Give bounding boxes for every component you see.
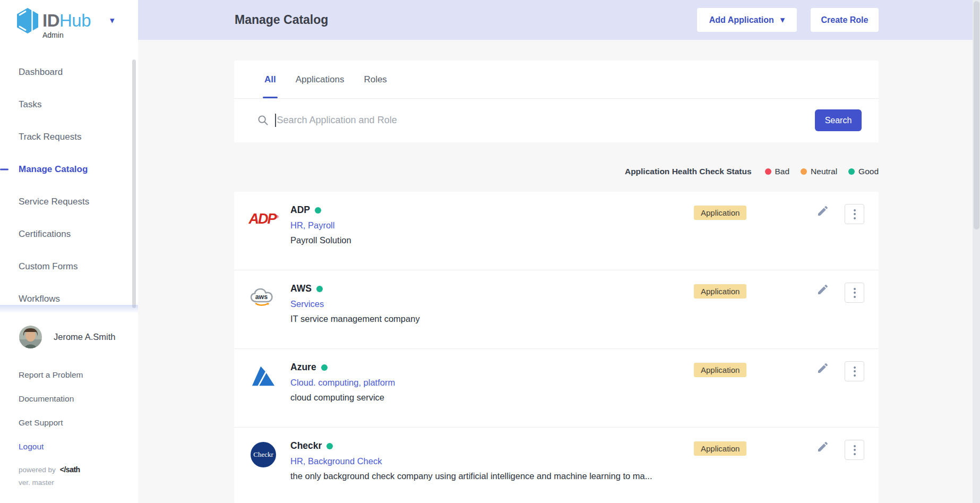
nav-item-label: Track Requests	[19, 132, 81, 142]
user-name: Jerome A.Smith	[54, 332, 115, 342]
powered-by: powered by </sath	[19, 465, 80, 474]
edit-button[interactable]	[815, 203, 831, 219]
tab-label: All	[264, 74, 276, 85]
nav-item-label: Workflows	[19, 294, 60, 304]
legend-status-dot	[848, 168, 855, 175]
legend-title: Application Health Check Status	[625, 167, 752, 176]
application-info: AWS Services IT service management compa…	[290, 283, 420, 324]
nav-item-label: Dashboard	[19, 67, 63, 78]
legend-label: Bad	[775, 167, 790, 176]
adp-logo-icon: ADP®	[249, 211, 278, 227]
search-input[interactable]	[277, 115, 815, 126]
pencil-icon	[816, 440, 829, 453]
nav-bottom-shadow	[0, 305, 138, 313]
sidebar-nav-item[interactable]: Certifications	[0, 218, 138, 250]
application-tags-link[interactable]: HR, Payroll	[290, 220, 351, 231]
search-button[interactable]: Search	[815, 109, 862, 131]
nav-item-label: Manage Catalog	[19, 164, 88, 175]
tab[interactable]: All	[264, 61, 276, 98]
tab[interactable]: Applications	[296, 61, 345, 98]
legend-label: Good	[858, 167, 879, 176]
application-type-badge: Application	[694, 363, 746, 377]
health-status-dot	[326, 443, 333, 449]
kebab-menu-icon	[854, 288, 856, 298]
kebab-menu-icon	[854, 209, 856, 219]
application-type-badge: Application	[694, 284, 746, 299]
application-name: Azure	[290, 362, 316, 373]
sidebar-scrollbar-thumb[interactable]	[132, 59, 136, 308]
tab-bar: All Applications Roles	[234, 61, 879, 99]
application-list: ADP® aws Checkr A	[234, 192, 879, 503]
tab[interactable]: Roles	[364, 61, 386, 98]
user-profile[interactable]: Jerome A.Smith	[19, 326, 115, 348]
application-description: cloud computing service	[290, 393, 395, 403]
row-menu-button[interactable]	[845, 204, 864, 224]
health-status-dot	[321, 364, 328, 371]
application-logo: ADP® aws Checkr	[249, 441, 278, 468]
sidebar-footer-link[interactable]: Documentation	[0, 387, 138, 411]
application-row: ADP® aws Checkr C	[234, 428, 879, 503]
sidebar-nav-item[interactable]: Service Requests	[0, 185, 138, 218]
edit-button[interactable]	[815, 282, 831, 298]
application-type-badge: Application	[694, 206, 746, 220]
application-tags-link[interactable]: Cloud. computing, platform	[290, 378, 395, 388]
sidebar-footer-link[interactable]: Get Support	[0, 411, 138, 434]
legend-item: Good	[848, 167, 879, 176]
edit-button[interactable]	[815, 361, 831, 377]
application-tags-link[interactable]: HR, Background Check	[290, 456, 652, 466]
row-menu-button[interactable]	[845, 283, 864, 303]
pencil-icon	[816, 362, 829, 374]
application-description: the only background check company using …	[290, 471, 652, 481]
sidebar-nav-item[interactable]: Custom Forms	[0, 250, 138, 283]
sidebar-footer-links: Report a Problem Documentation Get Suppo…	[0, 363, 138, 458]
pencil-icon	[816, 283, 829, 296]
sidebar-nav-item[interactable]: Tasks	[0, 88, 138, 121]
sidebar-nav-item[interactable]: Manage Catalog	[0, 153, 138, 185]
avatar	[19, 326, 42, 348]
filter-card: All Applications Roles Search	[234, 61, 879, 142]
application-name: Checkr	[290, 440, 322, 451]
footer-link-label: Logout	[19, 442, 44, 451]
nav-item-label: Custom Forms	[19, 261, 78, 272]
row-menu-button[interactable]	[845, 361, 864, 381]
brand-name: IDHub	[42, 11, 91, 31]
page-scrollbar-thumb[interactable]	[974, 1, 979, 229]
nav-item-label: Certifications	[19, 229, 71, 240]
checkr-logo-icon: Checkr	[251, 442, 276, 467]
application-tags-link[interactable]: Services	[290, 299, 420, 309]
row-menu-button[interactable]	[845, 440, 864, 460]
legend-label: Neutral	[811, 167, 837, 176]
sidebar-nav-item[interactable]: Track Requests	[0, 121, 138, 153]
sidebar-caret-down-icon[interactable]	[110, 16, 115, 25]
hexagon-logo-icon	[15, 7, 40, 34]
sath-logo: </sath	[60, 465, 80, 474]
application-row: ADP® aws Checkr A	[234, 270, 879, 349]
application-logo: ADP® aws Checkr	[249, 206, 278, 232]
footer-link-label: Report a Problem	[19, 370, 83, 380]
create-role-button[interactable]: Create Role	[811, 8, 879, 32]
azure-logo-icon	[251, 365, 276, 387]
add-application-label: Add Application	[709, 15, 774, 25]
text-cursor	[275, 114, 276, 127]
kebab-menu-icon	[854, 366, 856, 377]
add-application-button[interactable]: Add Application	[697, 8, 797, 32]
kebab-menu-icon	[854, 445, 856, 455]
page-scrollbar[interactable]	[973, 0, 980, 503]
legend-item: Bad	[765, 167, 790, 176]
application-row: ADP® aws Checkr A	[234, 192, 879, 270]
admin-label: Admin	[42, 31, 64, 39]
sidebar-footer-link[interactable]: Logout	[0, 434, 138, 458]
application-description: Payroll Solution	[290, 235, 351, 245]
application-type-badge: Application	[694, 441, 746, 456]
svg-text:aws: aws	[255, 293, 268, 301]
application-info: Checkr HR, Background Check the only bac…	[290, 440, 652, 481]
sidebar-nav-item[interactable]: Dashboard	[0, 56, 138, 88]
footer-link-label: Get Support	[19, 418, 63, 428]
legend-item: Neutral	[801, 167, 837, 176]
edit-button[interactable]	[815, 439, 831, 455]
search-icon	[257, 115, 269, 126]
application-info: Azure Cloud. computing, platform cloud c…	[290, 362, 395, 403]
sidebar-footer-link[interactable]: Report a Problem	[0, 363, 138, 387]
application-name: AWS	[290, 283, 312, 294]
page-title: Manage Catalog	[235, 0, 328, 40]
